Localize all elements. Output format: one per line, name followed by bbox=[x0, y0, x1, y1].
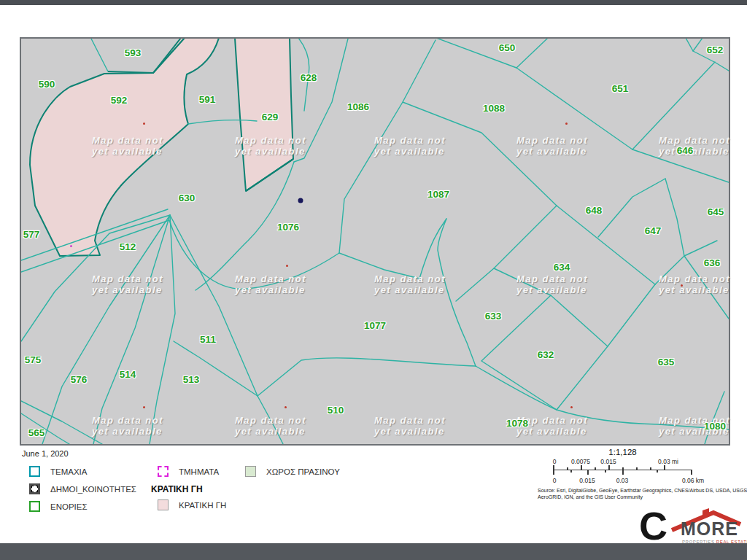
parcel-label-634[interactable]: 634 bbox=[554, 262, 570, 273]
legend-item-enories: ΕΝΟΡΙΕΣ bbox=[29, 501, 88, 512]
legend-item-temaxia: ΤΕΜΑΧΙΑ bbox=[29, 466, 87, 477]
tmimata-swatch-icon bbox=[158, 466, 169, 477]
parcel-label-513[interactable]: 513 bbox=[183, 374, 200, 385]
parcel-label-633[interactable]: 633 bbox=[485, 311, 502, 322]
temaxia-swatch-icon bbox=[29, 466, 40, 477]
parcel-label-575[interactable]: 575 bbox=[25, 354, 42, 365]
legend-item-xoros-prasinou: ΧΩΡΟΣ ΠΡΑΣΙΝΟΥ bbox=[245, 466, 340, 477]
scale-mi-tick-label: 0.015 bbox=[600, 458, 616, 465]
parcel-label-590[interactable]: 590 bbox=[39, 79, 55, 90]
parcel-label-628[interactable]: 628 bbox=[301, 72, 317, 83]
map-date-label: June 1, 2020 bbox=[22, 449, 69, 458]
parcel-label-1086[interactable]: 1086 bbox=[347, 101, 369, 112]
logo-tagline: PROPERTIES REAL ESTATE bbox=[682, 540, 747, 544]
legend-group-header: ΚΡΑΤΙΚΗ ΓΗ bbox=[151, 484, 203, 494]
parcel-label-514[interactable]: 514 bbox=[120, 369, 136, 380]
selected-point-marker[interactable] bbox=[298, 198, 303, 203]
scale-km-tick-label: 0.015 bbox=[579, 477, 595, 484]
scale-bar: 1:1,128 0 0.0075 0.015 0.03 mi 0 0.015 0… bbox=[553, 448, 699, 489]
logo-word-more: MORE bbox=[681, 518, 738, 540]
parcel-label-652[interactable]: 652 bbox=[707, 44, 724, 55]
legend-label: ΔΗΜΟΙ_ΚΟΙΝΟΤΗΤΕΣ bbox=[50, 485, 136, 494]
parcel-label-565[interactable]: 565 bbox=[28, 427, 45, 438]
parcel-label-632[interactable]: 632 bbox=[538, 349, 554, 360]
parcel-label-592[interactable]: 592 bbox=[111, 95, 128, 106]
legend-label: ΤΕΜΑΧΙΑ bbox=[50, 467, 87, 476]
dimoi-swatch-icon bbox=[29, 483, 40, 494]
xoros-prasinou-swatch-icon bbox=[245, 466, 256, 477]
parcel-label-1077[interactable]: 1077 bbox=[364, 320, 386, 331]
gis-map-page: Map data notyet availableMap data notyet… bbox=[0, 0, 747, 560]
parcel-label-650[interactable]: 650 bbox=[499, 42, 516, 53]
logo-letter-c: C bbox=[639, 506, 667, 545]
parcel-label-1076[interactable]: 1076 bbox=[277, 222, 299, 233]
parcel-label-577[interactable]: 577 bbox=[23, 229, 40, 240]
scale-km-tick-label: 0 bbox=[553, 477, 557, 484]
cmore-logo: C MORE PROPERTIES REAL ESTATE bbox=[633, 505, 747, 553]
legend-label: ΧΩΡΟΣ ΠΡΑΣΙΝΟΥ bbox=[266, 467, 340, 476]
parcel-label-1087[interactable]: 1087 bbox=[427, 189, 449, 200]
parcel-label-510[interactable]: 510 bbox=[328, 405, 344, 416]
logo-tagline-realestate: REAL ESTATE bbox=[716, 540, 747, 544]
kratiki-gi-swatch-icon bbox=[158, 499, 169, 510]
parcel-label-511[interactable]: 511 bbox=[200, 334, 216, 345]
parcel-label-1078[interactable]: 1078 bbox=[506, 418, 528, 429]
map-canvas[interactable]: Map data notyet availableMap data notyet… bbox=[20, 37, 730, 446]
scale-km-tick-label: 0.06 km bbox=[682, 477, 704, 484]
legend-item-tmimata: ΤΜΗΜΑΤΑ bbox=[158, 466, 219, 477]
parcel-label-636[interactable]: 636 bbox=[704, 257, 721, 268]
scale-mi-tick-label: 0.0075 bbox=[571, 458, 590, 465]
parcel-label-591[interactable]: 591 bbox=[199, 94, 216, 105]
map-source-attribution: Source: Esri, DigitalGlobe, GeoEye, Eart… bbox=[538, 487, 747, 500]
parcel-label-647[interactable]: 647 bbox=[645, 225, 662, 236]
legend-item-dimoi-koinotites: ΔΗΜΟΙ_ΚΟΙΝΟΤΗΤΕΣ bbox=[29, 483, 136, 494]
legend-label: ΚΡΑΤΙΚΗ ΓΗ bbox=[179, 501, 226, 510]
map-legend: June 1, 2020 ΤΕΜΑΧΙΑ ΔΗΜΟΙ_ΚΟΙΝΟΤΗΤΕΣ ΕΝ… bbox=[0, 446, 540, 526]
legend-item-kratiki-gi: ΚΡΑΤΙΚΗ ΓΗ bbox=[158, 499, 226, 510]
enories-swatch-icon bbox=[29, 501, 40, 512]
parcel-label-1088[interactable]: 1088 bbox=[483, 103, 505, 114]
scale-mi-tick-label: 0 bbox=[553, 458, 557, 465]
parcel-label-646[interactable]: 646 bbox=[677, 145, 694, 156]
scale-ratio-label: 1:1,128 bbox=[553, 448, 692, 456]
parcel-label-648[interactable]: 648 bbox=[586, 205, 603, 216]
parcel-label-651[interactable]: 651 bbox=[612, 83, 629, 94]
parcel-label-593[interactable]: 593 bbox=[125, 47, 142, 58]
logo-tagline-properties: PROPERTIES bbox=[682, 540, 715, 544]
legend-label: ΕΝΟΡΙΕΣ bbox=[50, 502, 88, 511]
scale-km-tick-label: 0.03 bbox=[616, 477, 629, 484]
scale-mi-tick-label: 0.03 mi bbox=[658, 458, 678, 465]
parcel-label-630[interactable]: 630 bbox=[179, 192, 196, 203]
parcel-label-645[interactable]: 645 bbox=[708, 206, 724, 217]
parcel-label-512[interactable]: 512 bbox=[120, 241, 136, 252]
legend-label: ΤΜΗΜΑΤΑ bbox=[179, 467, 219, 476]
top-window-bar bbox=[0, 0, 747, 5]
parcel-label-576[interactable]: 576 bbox=[71, 374, 88, 385]
parcel-label-629[interactable]: 629 bbox=[262, 112, 279, 122]
parcel-label-1080[interactable]: 1080 bbox=[704, 421, 726, 432]
parcel-label-635[interactable]: 635 bbox=[658, 357, 675, 368]
